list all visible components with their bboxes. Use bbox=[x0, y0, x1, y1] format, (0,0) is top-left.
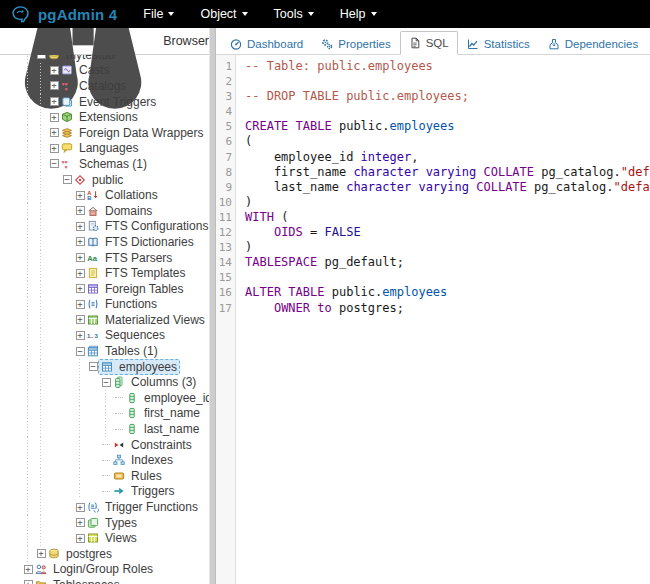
tree-item-employee-id[interactable]: employee_id bbox=[0, 390, 209, 406]
expand-icon[interactable]: + bbox=[76, 222, 85, 231]
detail-tabbar: DashboardPropertiesSQLStatisticsDependen… bbox=[216, 28, 650, 55]
panel-splitter[interactable] bbox=[209, 28, 216, 584]
tree-item-collations[interactable]: +ABCollations bbox=[0, 187, 209, 203]
sql-pane[interactable]: 1-- Table: public.employees2 3-- DROP TA… bbox=[216, 55, 650, 584]
tree-item-functions[interactable]: +Functions bbox=[0, 297, 209, 313]
expand-icon[interactable]: + bbox=[76, 253, 85, 262]
expand-icon[interactable]: + bbox=[24, 580, 33, 584]
tree-item-triggers[interactable]: Triggers bbox=[0, 484, 209, 500]
browser-panel-header: Browser bbox=[0, 28, 209, 55]
tree-item-foreign-tables[interactable]: +Foreign Tables bbox=[0, 281, 209, 297]
tab-sql[interactable]: SQL bbox=[400, 31, 458, 55]
tree-item-tables-1[interactable]: −Tables (1) bbox=[0, 343, 209, 359]
expand-icon[interactable]: + bbox=[76, 237, 85, 246]
tree-item-event-triggers[interactable]: +Event Triggers bbox=[0, 94, 209, 110]
menu-help[interactable]: Help bbox=[340, 7, 377, 21]
expand-icon[interactable]: + bbox=[50, 81, 59, 90]
tree-item-views[interactable]: +Views bbox=[0, 530, 209, 546]
tab-dependencies[interactable]: Dependencies bbox=[539, 32, 648, 55]
tree-item-fts-templates[interactable]: +FTS Templates bbox=[0, 265, 209, 281]
code-line: 3-- DROP TABLE public.employees; bbox=[216, 89, 650, 104]
tree-item-indexes[interactable]: Indexes bbox=[0, 452, 209, 468]
collapse-icon[interactable]: − bbox=[76, 347, 85, 356]
tree-item-label: Rules bbox=[129, 469, 164, 483]
tree-item-fts-dictionaries[interactable]: +FTS Dictionaries bbox=[0, 234, 209, 250]
tree-item-public[interactable]: −public bbox=[0, 172, 209, 188]
collapse-icon[interactable]: − bbox=[102, 378, 111, 387]
expand-icon[interactable]: + bbox=[50, 144, 59, 153]
tree-guide bbox=[74, 437, 87, 453]
tree-item-catalogs[interactable]: +♥♥♥Catalogs bbox=[0, 78, 209, 94]
tree-item-tablespaces[interactable]: +Tablespaces bbox=[0, 577, 209, 584]
tables-icon bbox=[87, 345, 99, 357]
menu-file[interactable]: File bbox=[143, 7, 174, 21]
tree-guide bbox=[61, 328, 74, 344]
expand-icon[interactable]: + bbox=[76, 284, 85, 293]
tree-item-fts-configurations[interactable]: +FTS Configurations bbox=[0, 219, 209, 235]
expand-icon[interactable]: + bbox=[76, 315, 85, 324]
tab-dashboard[interactable]: Dashboard bbox=[221, 32, 312, 55]
tree-item-domains[interactable]: +Domains bbox=[0, 203, 209, 219]
tree-guide bbox=[22, 452, 35, 468]
tree-item-trigger-functions[interactable]: +Trigger Functions bbox=[0, 499, 209, 515]
menu-tools[interactable]: Tools bbox=[274, 7, 314, 21]
collapse-icon[interactable]: − bbox=[50, 159, 59, 168]
collapse-icon[interactable]: − bbox=[89, 362, 98, 371]
tree-item-constraints[interactable]: Constraints bbox=[0, 437, 209, 453]
expand-icon[interactable]: + bbox=[76, 503, 85, 512]
tree-item-types[interactable]: +Types bbox=[0, 515, 209, 531]
expand-icon[interactable]: + bbox=[50, 128, 59, 137]
code-text bbox=[236, 270, 252, 285]
tree-guide bbox=[48, 484, 61, 500]
tree-guide bbox=[22, 187, 35, 203]
collapse-icon[interactable]: − bbox=[37, 55, 46, 59]
tree-item-schemas-1[interactable]: −♥♥♥Schemas (1) bbox=[0, 156, 209, 172]
tree-item-label: Triggers bbox=[129, 484, 177, 498]
tree-item-login-group-roles[interactable]: +Login/Group Roles bbox=[0, 562, 209, 578]
tree-item-materialized-views[interactable]: +Materialized Views bbox=[0, 312, 209, 328]
tree-item-columns-3[interactable]: −Columns (3) bbox=[0, 374, 209, 390]
sequence-icon: 1..3 bbox=[87, 329, 99, 341]
expand-icon[interactable]: + bbox=[37, 549, 46, 558]
column-icon bbox=[126, 423, 138, 435]
expand-icon[interactable]: + bbox=[76, 191, 85, 200]
expand-icon[interactable]: + bbox=[76, 206, 85, 215]
tab-statistics[interactable]: Statistics bbox=[458, 32, 539, 55]
menu-label: File bbox=[143, 7, 163, 21]
tree-item-fts-parsers[interactable]: +AaFTS Parsers bbox=[0, 250, 209, 266]
expand-icon[interactable]: + bbox=[50, 97, 59, 106]
tree-item-foreign-data-wrappers[interactable]: +Foreign Data Wrappers bbox=[0, 125, 209, 141]
tree-guide bbox=[87, 406, 100, 422]
triggers-icon bbox=[113, 485, 125, 497]
expand-icon[interactable]: + bbox=[76, 331, 85, 340]
expand-icon[interactable]: + bbox=[76, 534, 85, 543]
tree-item-employees[interactable]: −employees bbox=[0, 359, 209, 375]
menu-object[interactable]: Object bbox=[200, 7, 247, 21]
tree-guide bbox=[61, 374, 74, 390]
line-number: 5 bbox=[216, 119, 236, 134]
pgadmin-logo: pgAdmin 4 bbox=[10, 4, 117, 25]
expand-icon[interactable]: + bbox=[76, 300, 85, 309]
tree-item-postgres[interactable]: +postgres bbox=[0, 546, 209, 562]
tree-item-casts[interactable]: +Casts bbox=[0, 63, 209, 79]
tree-guide bbox=[35, 374, 48, 390]
expand-icon[interactable]: + bbox=[76, 269, 85, 278]
expand-icon[interactable]: + bbox=[50, 66, 59, 75]
expand-icon[interactable]: + bbox=[50, 113, 59, 122]
tree-guide bbox=[22, 515, 35, 531]
tree-item-languages[interactable]: +Languages bbox=[0, 141, 209, 157]
expand-icon[interactable]: + bbox=[76, 518, 85, 527]
tree-item-sequences[interactable]: +1..3Sequences bbox=[0, 328, 209, 344]
code-text: WITH ( bbox=[236, 210, 288, 225]
collapse-icon[interactable]: − bbox=[63, 175, 72, 184]
expand-icon[interactable]: + bbox=[24, 565, 33, 574]
tree-item-last-name[interactable]: last_name bbox=[0, 421, 209, 437]
tree-item-first-name[interactable]: first_name bbox=[0, 406, 209, 422]
tab-properties[interactable]: Properties bbox=[312, 32, 399, 55]
tree-guide bbox=[35, 515, 48, 531]
tree-item-rules[interactable]: Rules bbox=[0, 468, 209, 484]
tree-guide bbox=[35, 499, 48, 515]
tree-item-mytestdb[interactable]: −mytestdb bbox=[0, 55, 209, 63]
tree-item-extensions[interactable]: +Extensions bbox=[0, 109, 209, 125]
schema-public-icon bbox=[74, 174, 86, 186]
